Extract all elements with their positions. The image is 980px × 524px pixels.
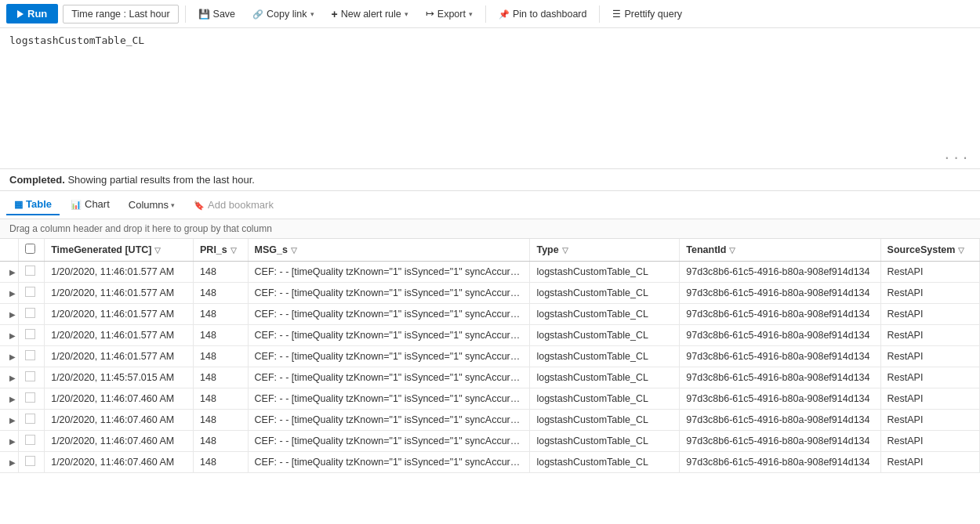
drag-hint: Drag a column header and drop it here to… xyxy=(0,219,980,239)
table-row[interactable]: ▶ 1/20/2020, 11:46:07.460 AM 148 CEF: - … xyxy=(0,410,980,431)
expand-button[interactable]: ▶ xyxy=(6,287,19,299)
table-row[interactable]: ▶ 1/20/2020, 11:46:01.577 AM 148 CEF: - … xyxy=(0,283,980,304)
col-pri-label: PRI_s xyxy=(200,244,227,255)
export-chevron xyxy=(469,10,473,18)
col-header-msg[interactable]: MSG_s ▽ xyxy=(248,239,530,262)
time-range-label: Time range : Last hour xyxy=(71,9,169,20)
chart-icon xyxy=(71,199,82,210)
row-check-cell xyxy=(19,410,45,431)
row-check-cell xyxy=(19,431,45,452)
row-check-cell xyxy=(19,388,45,410)
row-msg-cell: CEF: - - [timeQuality tzKnown="1" isSync… xyxy=(248,431,530,452)
table-row[interactable]: ▶ 1/20/2020, 11:45:57.015 AM 148 CEF: - … xyxy=(0,367,980,388)
query-editor[interactable]: logstashCustomTable_CL ··· xyxy=(0,28,980,169)
copy-link-button[interactable]: Copy link xyxy=(246,5,320,23)
row-checkbox[interactable] xyxy=(25,456,35,466)
row-checkbox[interactable] xyxy=(25,308,35,318)
columns-button[interactable]: Columns xyxy=(121,195,183,215)
table-row[interactable]: ▶ 1/20/2020, 11:46:01.577 AM 148 CEF: - … xyxy=(0,325,980,346)
row-time-cell: 1/20/2020, 11:45:57.015 AM xyxy=(45,367,194,388)
row-pri-cell: 148 xyxy=(194,388,249,410)
row-tenant-cell: 97d3c8b6-61c5-4916-b80a-908ef914d134 xyxy=(680,346,880,367)
col-type-label: Type xyxy=(536,244,558,255)
pin-dashboard-button[interactable]: Pin to dashboard xyxy=(492,5,593,23)
row-msg-cell: CEF: - - [timeQuality tzKnown="1" isSync… xyxy=(248,346,530,367)
select-all-checkbox[interactable] xyxy=(25,244,35,254)
pin-label: Pin to dashboard xyxy=(513,9,587,20)
row-checkbox[interactable] xyxy=(25,266,35,276)
expand-button[interactable]: ▶ xyxy=(6,372,19,384)
expand-button[interactable]: ▶ xyxy=(6,414,19,426)
row-checkbox[interactable] xyxy=(25,392,35,403)
row-checkbox[interactable] xyxy=(25,414,35,424)
row-source-cell: RestAPI xyxy=(880,262,979,283)
row-msg-cell: CEF: - - [timeQuality tzKnown="1" isSync… xyxy=(248,452,530,473)
row-checkbox[interactable] xyxy=(25,329,35,339)
col-header-expand xyxy=(0,239,19,262)
row-source-cell: RestAPI xyxy=(880,304,979,325)
view-tabs: Table Chart Columns Add bookmark xyxy=(0,191,980,219)
table-row[interactable]: ▶ 1/20/2020, 11:46:07.460 AM 148 CEF: - … xyxy=(0,452,980,473)
col-header-time[interactable]: TimeGenerated [UTC] ▽ xyxy=(45,239,194,262)
export-label: Export xyxy=(437,9,466,20)
row-msg-cell: CEF: - - [timeQuality tzKnown="1" isSync… xyxy=(248,304,530,325)
pri-filter-icon[interactable]: ▽ xyxy=(230,246,237,255)
row-time-cell: 1/20/2020, 11:46:01.577 AM xyxy=(45,346,194,367)
table-row[interactable]: ▶ 1/20/2020, 11:46:01.577 AM 148 CEF: - … xyxy=(0,346,980,367)
table-tab[interactable]: Table xyxy=(6,194,60,215)
export-button[interactable]: Export xyxy=(419,5,479,23)
row-time-cell: 1/20/2020, 11:46:01.577 AM xyxy=(45,325,194,346)
prettify-query-button[interactable]: Prettify query xyxy=(606,5,688,23)
col-header-pri[interactable]: PRI_s ▽ xyxy=(194,239,249,262)
time-filter-icon[interactable]: ▽ xyxy=(154,246,161,255)
expand-button[interactable]: ▶ xyxy=(6,351,19,363)
row-pri-cell: 148 xyxy=(194,283,249,304)
table-row[interactable]: ▶ 1/20/2020, 11:46:01.577 AM 148 CEF: - … xyxy=(0,262,980,283)
row-checkbox[interactable] xyxy=(25,371,35,381)
row-checkbox[interactable] xyxy=(25,287,35,297)
chart-tab[interactable]: Chart xyxy=(63,194,118,215)
new-alert-rule-button[interactable]: New alert rule xyxy=(325,5,415,23)
col-header-source[interactable]: SourceSystem ▽ xyxy=(880,239,979,262)
type-filter-icon[interactable]: ▽ xyxy=(562,246,568,255)
expand-button[interactable]: ▶ xyxy=(6,457,19,468)
row-time-cell: 1/20/2020, 11:46:01.577 AM xyxy=(45,304,194,325)
results-table-wrapper[interactable]: TimeGenerated [UTC] ▽ PRI_s ▽ MSG_s ▽ xyxy=(0,239,980,473)
run-button[interactable]: Run xyxy=(6,4,58,23)
source-filter-icon[interactable]: ▽ xyxy=(958,246,964,255)
expand-button[interactable]: ▶ xyxy=(6,309,19,320)
row-checkbox[interactable] xyxy=(25,350,35,360)
row-tenant-cell: 97d3c8b6-61c5-4916-b80a-908ef914d134 xyxy=(680,325,880,346)
expand-button[interactable]: ▶ xyxy=(6,435,19,447)
expand-button[interactable]: ▶ xyxy=(6,393,19,405)
row-source-cell: RestAPI xyxy=(880,388,979,410)
add-bookmark-button[interactable]: Add bookmark xyxy=(186,195,281,215)
row-time-cell: 1/20/2020, 11:46:07.460 AM xyxy=(45,388,194,410)
row-msg-cell: CEF: - - [timeQuality tzKnown="1" isSync… xyxy=(248,325,530,346)
col-msg-label: MSG_s xyxy=(255,244,288,255)
table-row[interactable]: ▶ 1/20/2020, 11:46:07.460 AM 148 CEF: - … xyxy=(0,388,980,410)
row-time-cell: 1/20/2020, 11:46:07.460 AM xyxy=(45,431,194,452)
tenant-filter-icon[interactable]: ▽ xyxy=(729,246,735,255)
col-header-type[interactable]: Type ▽ xyxy=(530,239,680,262)
time-range-button[interactable]: Time range : Last hour xyxy=(63,5,178,23)
row-type-cell: logstashCustomTable_CL xyxy=(530,388,680,410)
save-button[interactable]: Save xyxy=(192,5,242,23)
resize-handle[interactable]: ··· xyxy=(943,150,971,165)
row-checkbox[interactable] xyxy=(25,435,35,445)
col-tenant-label: TenantId xyxy=(686,244,726,255)
row-expand-cell: ▶ xyxy=(0,452,19,473)
col-time-label: TimeGenerated [UTC] xyxy=(51,244,151,255)
row-type-cell: logstashCustomTable_CL xyxy=(530,262,680,283)
chart-tab-label: Chart xyxy=(85,198,110,210)
col-header-tenant[interactable]: TenantId ▽ xyxy=(680,239,880,262)
row-msg-cell: CEF: - - [timeQuality tzKnown="1" isSync… xyxy=(248,388,530,410)
expand-button[interactable]: ▶ xyxy=(6,266,19,278)
table-row[interactable]: ▶ 1/20/2020, 11:46:01.577 AM 148 CEF: - … xyxy=(0,304,980,325)
row-tenant-cell: 97d3c8b6-61c5-4916-b80a-908ef914d134 xyxy=(680,304,880,325)
drag-hint-text: Drag a column header and drop it here to… xyxy=(9,223,272,234)
table-row[interactable]: ▶ 1/20/2020, 11:46:07.460 AM 148 CEF: - … xyxy=(0,431,980,452)
msg-filter-icon[interactable]: ▽ xyxy=(291,246,297,255)
row-pri-cell: 148 xyxy=(194,410,249,431)
expand-button[interactable]: ▶ xyxy=(6,330,19,342)
